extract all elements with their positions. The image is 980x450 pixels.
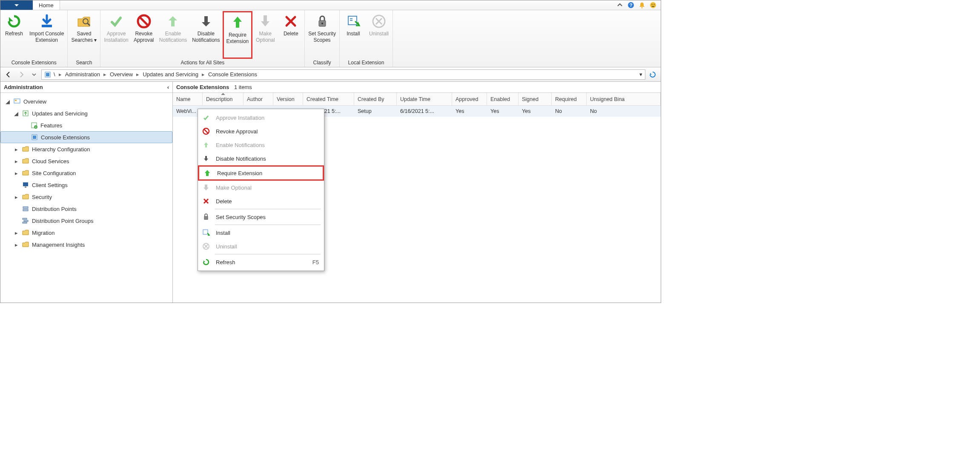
folder-icon <box>22 229 29 237</box>
col-description[interactable]: Description <box>203 93 244 105</box>
nav-tree: ◢Overview ◢Updates and Servicing +Featur… <box>0 93 172 253</box>
ctx-delete[interactable]: Delete <box>198 194 324 208</box>
tree-overview[interactable]: ◢Overview <box>0 95 172 107</box>
svg-rect-30 <box>23 207 28 208</box>
caret-down-icon <box>14 4 19 6</box>
cell-created-by: Setup <box>354 106 397 117</box>
tree-management-insights[interactable]: ▸Management Insights <box>0 239 172 251</box>
uninstall-icon <box>201 242 211 251</box>
check-icon <box>201 113 211 122</box>
tree-distribution-point-groups[interactable]: Distribution Point Groups <box>0 215 172 227</box>
col-version[interactable]: Version <box>273 93 303 105</box>
svg-point-4 <box>652 4 653 5</box>
col-unsigned[interactable]: Unsigned Bina <box>587 93 661 105</box>
sidebar: Administration ‹ ◢Overview ◢Updates and … <box>0 82 173 303</box>
ctx-revoke-approval[interactable]: Revoke Approval <box>198 124 324 138</box>
revoke-approval-button[interactable]: Revoke Approval <box>131 11 157 59</box>
svg-rect-39 <box>204 216 208 219</box>
history-dropdown[interactable] <box>29 69 40 80</box>
ctx-refresh[interactable]: RefreshF5 <box>198 255 324 269</box>
cell-enabled: Yes <box>487 106 519 117</box>
navigation-bar: \▸ Administration▸ Overview▸ Updates and… <box>0 67 661 82</box>
svg-rect-21 <box>15 100 17 101</box>
arrow-up-green-icon <box>203 168 212 178</box>
ctx-separator <box>215 254 321 254</box>
refresh-button[interactable]: Refresh <box>1 11 27 59</box>
approve-installation-button: Approve Installation <box>101 11 131 59</box>
svg-point-5 <box>654 4 655 5</box>
main-panel: Console Extensions 1 items Name Descript… <box>173 82 661 303</box>
crumb-overview[interactable]: Overview <box>108 71 135 78</box>
tree-client-settings[interactable]: Client Settings <box>0 179 172 191</box>
svg-rect-31 <box>23 209 28 211</box>
sort-asc-icon <box>221 93 225 95</box>
svg-point-13 <box>321 23 323 24</box>
ctx-uninstall: Uninstall <box>198 239 324 253</box>
context-menu: Approve Installation Revoke Approval Ena… <box>198 109 324 271</box>
ribbon: Refresh Import Console Extension Console… <box>0 10 661 67</box>
tree-console-extensions[interactable]: Console Extensions <box>0 131 172 143</box>
bell-icon[interactable] <box>639 2 645 9</box>
tab-home[interactable]: Home <box>33 0 60 10</box>
back-button[interactable] <box>3 69 14 80</box>
ctx-refresh-shortcut: F5 <box>312 259 319 265</box>
breadcrumb-dropdown-icon[interactable]: ▾ <box>639 71 642 78</box>
saved-searches-button[interactable]: Saved Searches ▾ <box>69 11 99 59</box>
ribbon-group-classify: Set Security Scopes Classify <box>305 10 340 67</box>
folder-icon <box>22 145 29 153</box>
crumb-root[interactable]: \ <box>52 71 57 78</box>
crumb-console-extensions[interactable]: Console Extensions <box>206 71 259 78</box>
folder-icon <box>22 157 29 165</box>
install-button[interactable]: Install <box>341 11 366 59</box>
help-icon[interactable]: ? <box>628 2 634 9</box>
svg-rect-27 <box>33 136 36 139</box>
tree-site-config[interactable]: ▸Site Configuration <box>0 167 172 179</box>
ribbon-group-search: Saved Searches ▾ Search <box>68 10 100 67</box>
app-window: Home ? Refresh Import Console Extension … <box>0 0 661 303</box>
breadcrumb-bar[interactable]: \▸ Administration▸ Overview▸ Updates and… <box>41 69 645 80</box>
svg-rect-40 <box>203 230 208 234</box>
ctx-disable-notifications[interactable]: Disable Notifications <box>198 152 324 165</box>
col-created-by[interactable]: Created By <box>354 93 397 105</box>
tree-features[interactable]: +Features <box>0 119 172 131</box>
ribbon-group-local-extension: Install Uninstall Local Extension <box>340 10 393 67</box>
dropdown-caret-icon: ▾ <box>94 37 97 43</box>
tree-migration[interactable]: ▸Migration <box>0 227 172 239</box>
tree-updates-servicing[interactable]: ◢Updates and Servicing <box>0 107 172 119</box>
require-extension-button[interactable]: Require Extension <box>223 11 253 59</box>
col-author[interactable]: Author <box>244 93 273 105</box>
chevron-up-icon[interactable] <box>616 2 623 9</box>
col-update-time[interactable]: Update Time <box>397 93 452 105</box>
lock-icon <box>201 212 211 222</box>
tree-hierarchy[interactable]: ▸Hierarchy Configuration <box>0 143 172 155</box>
delete-button[interactable]: Delete <box>278 11 304 59</box>
ctx-install[interactable]: Install <box>198 226 324 239</box>
cell-signed: Yes <box>519 106 552 117</box>
collapse-sidebar-icon[interactable]: ‹ <box>167 84 169 90</box>
refresh-icon <box>201 257 211 267</box>
col-required[interactable]: Required <box>552 93 587 105</box>
col-name[interactable]: Name <box>173 93 203 105</box>
col-enabled[interactable]: Enabled <box>487 93 519 105</box>
console-ext-icon <box>31 133 38 141</box>
smile-icon[interactable] <box>650 2 656 9</box>
set-security-scopes-button[interactable]: Set Security Scopes <box>306 11 338 59</box>
disable-notifications-button[interactable]: Disable Notifications <box>189 11 222 59</box>
import-console-extension-button[interactable]: Import Console Extension <box>27 11 66 59</box>
ribbon-group-actions: Approve Installation Revoke Approval Ena… <box>100 10 305 67</box>
tree-cloud-services[interactable]: ▸Cloud Services <box>0 155 172 167</box>
app-menu-button[interactable] <box>0 0 33 10</box>
svg-rect-29 <box>25 187 26 188</box>
ctx-approve-installation: Approve Installation <box>198 111 324 124</box>
ctx-set-security-scopes[interactable]: Set Security Scopes <box>198 210 324 224</box>
nav-refresh-button[interactable] <box>647 69 658 80</box>
col-approved[interactable]: Approved <box>452 93 487 105</box>
ctx-require-extension[interactable]: Require Extension <box>198 165 324 181</box>
crumb-updates[interactable]: Updates and Servicing <box>141 71 200 78</box>
tree-security[interactable]: ▸Security <box>0 191 172 203</box>
ctx-separator <box>215 209 321 209</box>
col-signed[interactable]: Signed <box>519 93 552 105</box>
crumb-administration[interactable]: Administration <box>63 71 102 78</box>
tree-distribution-points[interactable]: Distribution Points <box>0 203 172 215</box>
col-created-time[interactable]: Created Time <box>303 93 354 105</box>
